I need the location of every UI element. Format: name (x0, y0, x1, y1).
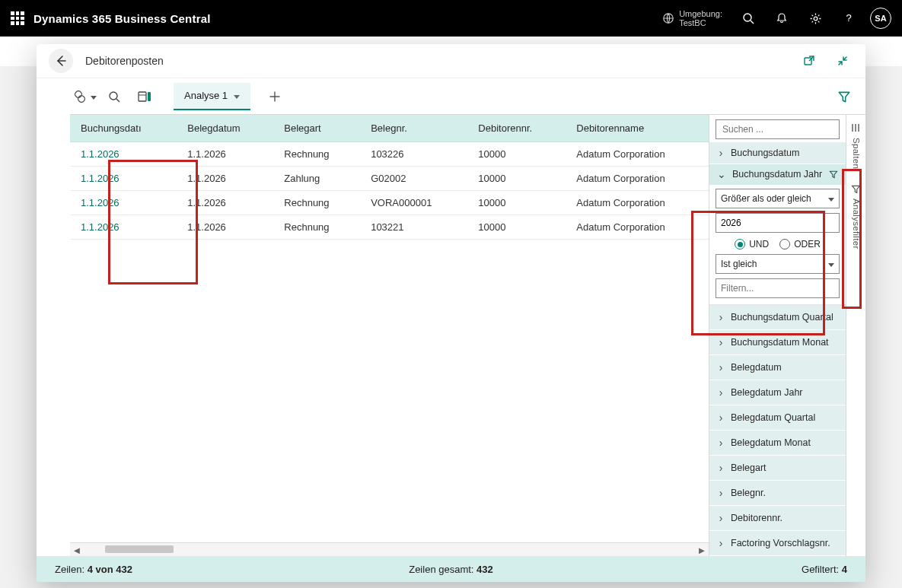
col-belegnr[interactable]: Belegnr. (360, 115, 467, 142)
col-belegart[interactable]: Belegart (273, 115, 360, 142)
filter-search-input[interactable] (716, 119, 840, 139)
filter-logic-and[interactable]: UND (735, 239, 769, 250)
svg-rect-9 (139, 92, 146, 101)
globe-icon (662, 12, 674, 24)
tab-label: Analyse 1 (184, 90, 228, 101)
scroll-thumb[interactable] (105, 545, 174, 553)
filter-item[interactable]: ›Factoring Vorschlagsnr. (709, 531, 846, 556)
svg-point-7 (110, 92, 117, 100)
cell: 10000 (467, 167, 566, 191)
tab-analysis-1[interactable]: Analyse 1 (174, 83, 250, 110)
cell: 1.1.2026 (177, 191, 273, 215)
chevron-right-icon: › (717, 147, 725, 159)
filter-item[interactable]: ›Belegdatum (709, 355, 846, 380)
cell: 1.1.2026 (177, 167, 273, 191)
cell: Adatum Corporation (566, 167, 709, 191)
search-button[interactable] (736, 6, 760, 30)
bell-icon (776, 12, 788, 24)
cell: 10000 (467, 215, 566, 240)
chevron-down-icon: ⌄ (717, 168, 726, 180)
filter-item[interactable]: ›Debitorennr. (709, 506, 846, 531)
cell: 103221 (360, 215, 467, 240)
horizontal-scrollbar[interactable]: ◄ ► (70, 542, 709, 556)
sidetab-analysis-filters[interactable]: Analysefilter (846, 176, 865, 257)
filter-item[interactable]: ›Belegart (709, 456, 846, 481)
filter-toggle-button[interactable] (830, 83, 858, 110)
search-list-button[interactable] (100, 83, 128, 110)
env-name: TestBC (679, 18, 722, 27)
chevron-right-icon: › (717, 336, 725, 348)
copilot-icon (72, 90, 88, 103)
sidetab-columns[interactable]: Spalten (846, 115, 865, 176)
cell: 103226 (360, 142, 467, 167)
scroll-left-icon[interactable]: ◄ (70, 543, 84, 557)
add-tab-button[interactable] (261, 83, 288, 110)
svg-point-1 (744, 14, 751, 21)
chevron-down-icon (828, 193, 834, 204)
filter-operator-1[interactable]: Größer als oder gleich (716, 189, 840, 208)
cell: Adatum Corporation (566, 142, 709, 167)
svg-text:?: ? (846, 12, 851, 24)
environment-indicator[interactable]: Umgebung: TestBC (662, 9, 722, 27)
chevron-right-icon: › (717, 437, 725, 449)
filter-body: Größer als oder gleich UND ODER (709, 186, 846, 305)
settings-button[interactable] (803, 6, 827, 30)
layout-button[interactable] (131, 83, 158, 110)
copilot-button[interactable] (70, 83, 97, 110)
radio-icon (779, 239, 790, 250)
col-debitorenname[interactable]: Debitorenname (566, 115, 709, 142)
filter-item[interactable]: ›Belegdatum Jahr (709, 380, 846, 405)
table-row[interactable]: 1.1.20261.1.2026Rechnung10322610000Adatu… (70, 142, 709, 167)
env-label: Umgebung: (679, 9, 722, 18)
app-topbar: Dynamics 365 Business Central Umgebung: … (0, 0, 902, 37)
scroll-right-icon[interactable]: ► (695, 543, 709, 557)
user-avatar[interactable]: SA (870, 8, 891, 29)
filter-value-2[interactable] (716, 278, 840, 298)
chevron-right-icon: › (717, 386, 725, 399)
filter-item[interactable]: ›Buchungsdatum Quartal (709, 305, 846, 330)
svg-line-2 (751, 21, 754, 24)
page-title: Debitorenposten (85, 55, 164, 67)
collapse-button[interactable] (832, 50, 853, 72)
filter-logic-or[interactable]: ODER (779, 239, 821, 250)
filter-item[interactable]: › Buchungsdatum (709, 142, 846, 164)
table-row[interactable]: 1.1.20261.1.2026ZahlungG0200210000Adatum… (70, 167, 709, 191)
filter-item[interactable]: ›Belegnr. (709, 481, 846, 506)
svg-line-8 (116, 99, 120, 102)
chevron-right-icon: › (717, 412, 725, 424)
cell: Rechnung (273, 142, 360, 167)
analysis-filter-panel: › Buchungsdatum ⌄ Buchungsdatum Jahr Grö… (709, 115, 846, 556)
table-row[interactable]: 1.1.20261.1.2026Rechnung10322110000Adatu… (70, 215, 709, 240)
help-button[interactable]: ? (837, 6, 861, 30)
open-new-window-button[interactable] (798, 50, 820, 72)
funnel-icon (851, 184, 861, 194)
filter-item-active[interactable]: ⌄ Buchungsdatum Jahr (709, 164, 846, 186)
search-icon (108, 91, 120, 103)
back-button[interactable] (49, 49, 73, 73)
svg-point-3 (814, 17, 818, 21)
filter-item[interactable]: ›Buchungsdatum Monat (709, 330, 846, 355)
filter-item[interactable]: ›Belegdatum Quartal (709, 405, 846, 431)
table-header-row: Buchungsdatı Belegdatum Belegart Belegnr… (70, 115, 709, 142)
status-filtered: Gefiltert: 4 (583, 564, 847, 575)
filter-logic-row: UND ODER (716, 237, 840, 250)
cell: 1.1.2026 (177, 215, 273, 240)
status-bar: Zeilen: 4 von 432 Zeilen gesamt: 432 Gef… (37, 556, 865, 582)
status-rows: Zeilen: 4 von 432 (55, 564, 319, 575)
toolbar: Analyse 1 (70, 78, 865, 115)
table-row[interactable]: 1.1.20261.1.2026RechnungVORA00000110000A… (70, 191, 709, 215)
svg-rect-6 (805, 58, 811, 65)
collapse-icon (837, 55, 849, 67)
col-debitorennr[interactable]: Debitorennr. (467, 115, 566, 142)
col-belegdatum[interactable]: Belegdatum (177, 115, 273, 142)
notifications-button[interactable] (770, 6, 794, 30)
data-grid: Buchungsdatı Belegdatum Belegart Belegnr… (70, 115, 709, 556)
layout-icon (138, 91, 151, 103)
filter-value-1[interactable] (716, 213, 840, 233)
brand-title: Dynamics 365 Business Central (33, 12, 211, 25)
chevron-down-icon (828, 259, 834, 269)
col-buchungsdatum[interactable]: Buchungsdatı (70, 115, 177, 142)
filter-item[interactable]: ›Belegdatum Monat (709, 431, 846, 456)
filter-operator-2[interactable]: Ist gleich (716, 254, 840, 274)
app-launcher-icon[interactable] (11, 11, 24, 25)
